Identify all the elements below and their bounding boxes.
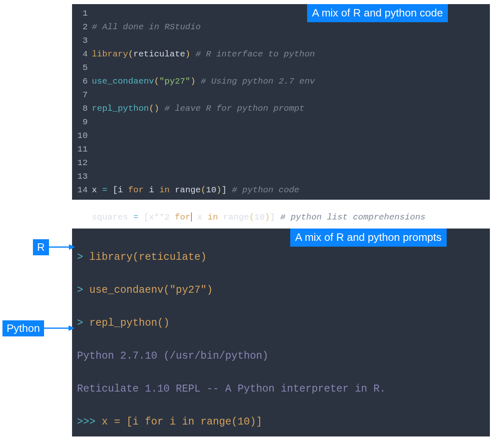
console-command: library(reticulate)	[89, 251, 207, 263]
paren-close: )	[217, 185, 222, 195]
line-number: 13	[72, 170, 88, 183]
identifier: x	[92, 185, 102, 195]
console-line: > repl_python()	[77, 315, 485, 331]
number: 10	[254, 212, 265, 222]
line-number: 11	[72, 142, 88, 156]
console-content[interactable]: > library(reticulate) > use_condaenv("py…	[72, 229, 490, 448]
text: [x**	[138, 212, 164, 222]
function-name: use_condaenv	[92, 77, 154, 86]
line-number: 1	[72, 7, 88, 20]
paren-close: )	[154, 104, 159, 113]
console-system-msg: Python 2.7.10 (/usr/bin/python)	[77, 350, 268, 362]
console-system-msg: Reticulate 1.10 REPL -- A Python interpr…	[77, 383, 386, 395]
console-line: Python 2.7.10 (/usr/bin/python)	[77, 348, 485, 364]
text: [i	[107, 185, 128, 195]
arrow-python-to-console	[42, 324, 75, 332]
code-line[interactable]	[92, 129, 426, 142]
code-line[interactable]	[92, 156, 426, 170]
svg-marker-3	[69, 326, 74, 331]
keyword: for	[175, 212, 191, 222]
code-line[interactable]: x = [i for i in range(10)] # python code	[92, 183, 426, 197]
keyword: in	[159, 185, 170, 195]
paren-close: )	[190, 77, 196, 86]
console-command: use_condaenv("py27")	[89, 284, 213, 296]
comment: # All done in RStudio	[92, 22, 201, 32]
python-prompt: >>>	[77, 416, 102, 428]
console-line: >>> x = [i for i in range(10)]	[77, 414, 485, 430]
arrow-r-to-console	[47, 243, 75, 251]
comment: # leave R for python prompt	[159, 104, 305, 113]
line-number: 3	[72, 34, 88, 47]
paren-open: (	[201, 185, 206, 195]
code-line[interactable]: squares = [x**2 for x in range(10)] # py…	[92, 210, 426, 224]
text: i	[144, 185, 159, 195]
operator: =	[102, 185, 107, 195]
code-editor-pane[interactable]: 1 2 3 4 5 6 7 8 9 10 11 12 13 14 # All d…	[72, 4, 490, 200]
line-number: 14	[72, 183, 88, 197]
keyword: in	[207, 212, 218, 222]
line-number: 4	[72, 47, 88, 61]
comment: # python list comprehensions	[275, 212, 425, 222]
comment: # R interface to python	[190, 49, 315, 59]
line-number: 10	[72, 129, 88, 142]
string: "py27"	[159, 77, 191, 86]
line-number: 7	[72, 88, 88, 102]
paren-open: (	[154, 77, 159, 86]
line-number: 5	[72, 61, 88, 75]
paren-close: )	[185, 49, 191, 59]
function-name: repl_python	[92, 104, 149, 113]
text: x	[192, 212, 207, 222]
line-number-gutter: 1 2 3 4 5 6 7 8 9 10 11 12 13 14	[72, 4, 88, 197]
number: 2	[164, 212, 170, 222]
console-command: repl_python()	[89, 317, 170, 329]
console-pane[interactable]: > library(reticulate) > use_condaenv("py…	[72, 229, 490, 436]
identifier: reticulate	[133, 49, 185, 59]
code-line[interactable]: repl_python() # leave R for python promp…	[92, 102, 426, 115]
line-number: 8	[72, 102, 88, 115]
annotation-badge-console: A mix of R and python prompts	[290, 229, 447, 247]
annotation-badge-python: Python	[2, 320, 44, 336]
paren-close: )	[265, 212, 270, 222]
console-line: Reticulate 1.10 REPL -- A Python interpr…	[77, 381, 485, 397]
annotation-badge-code: A mix of R and python code	[307, 4, 448, 22]
svg-marker-1	[69, 245, 75, 250]
keyword: for	[128, 185, 144, 195]
bracket: ]	[221, 185, 227, 195]
identifier: squares	[92, 212, 133, 222]
r-prompt: >	[77, 251, 89, 263]
paren-open: (	[128, 49, 133, 59]
console-line: > library(reticulate)	[77, 249, 485, 266]
comment: # Using python 2.7 env	[196, 77, 315, 86]
line-number: 2	[72, 20, 88, 34]
r-prompt: >	[77, 317, 89, 329]
console-line: > use_condaenv("py27")	[77, 282, 485, 299]
text: range	[218, 212, 249, 222]
line-number: 6	[72, 75, 88, 88]
paren-open: (	[149, 104, 154, 113]
bracket: ]	[270, 212, 275, 222]
line-number: 12	[72, 156, 88, 170]
operator: =	[133, 212, 139, 222]
console-command: x = [i for i in range(10)]	[102, 416, 262, 428]
keyword: library	[92, 49, 128, 59]
line-number: 9	[72, 115, 88, 129]
number: 10	[206, 185, 216, 195]
paren-open: (	[249, 212, 254, 222]
text	[170, 212, 175, 222]
comment: # python code	[227, 185, 299, 195]
text: range	[170, 185, 201, 195]
code-line[interactable]: library(reticulate) # R interface to pyt…	[92, 47, 426, 61]
code-line[interactable]: use_condaenv("py27") # Using python 2.7 …	[92, 75, 426, 88]
r-prompt: >	[77, 284, 89, 296]
